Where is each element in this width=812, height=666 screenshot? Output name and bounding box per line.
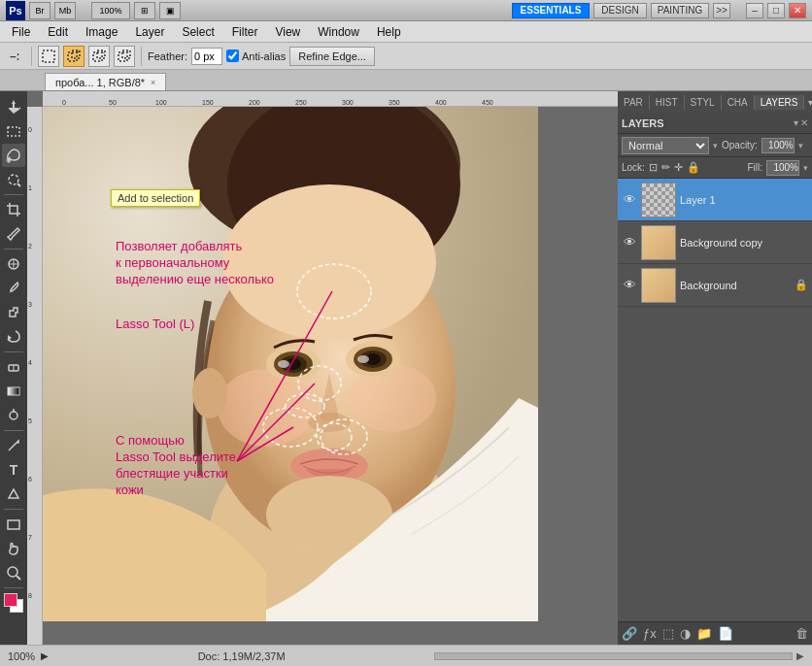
scroll-right-arrow[interactable]: ▶ bbox=[796, 650, 804, 661]
view-btn1[interactable]: ⊞ bbox=[134, 2, 155, 19]
zoom-tool[interactable] bbox=[2, 561, 25, 584]
tab-par[interactable]: PAR bbox=[618, 95, 650, 110]
hand-tool[interactable] bbox=[2, 537, 25, 560]
layers-footer: 🔗 ƒx ⬚ ◑ 📁 📄 🗑 bbox=[618, 621, 812, 645]
eye-bgcopy[interactable]: 👁 bbox=[622, 235, 637, 250]
move-tool[interactable] bbox=[2, 95, 25, 118]
new-adjustment-btn[interactable]: ◑ bbox=[680, 626, 691, 641]
feather-input[interactable] bbox=[191, 48, 222, 65]
opacity-dropdown-arrow[interactable]: ▾ bbox=[798, 141, 803, 150]
mode-dropdown[interactable]: 100% bbox=[91, 2, 130, 19]
brush-tool[interactable] bbox=[2, 277, 25, 300]
tab-styl[interactable]: STYL bbox=[685, 95, 722, 110]
healing-tool[interactable] bbox=[2, 252, 25, 276]
ruler-tick: 1 bbox=[28, 184, 32, 191]
subtract-selection-btn[interactable]: – bbox=[88, 46, 110, 67]
add-style-btn[interactable]: ƒx bbox=[643, 626, 657, 641]
maximize-button[interactable]: □ bbox=[767, 3, 785, 18]
ruler-tick: 2 bbox=[28, 243, 32, 250]
menu-image[interactable]: Image bbox=[78, 23, 125, 41]
minimize-button[interactable]: – bbox=[746, 3, 763, 18]
color-swatches[interactable] bbox=[4, 593, 23, 613]
path-select-tool[interactable] bbox=[2, 483, 25, 506]
gradient-tool[interactable] bbox=[2, 380, 25, 403]
text-tool[interactable]: T bbox=[2, 458, 25, 482]
layer-row-layer1[interactable]: 👁 Layer 1 bbox=[618, 179, 812, 221]
layers-close-btn[interactable]: ✕ bbox=[800, 117, 808, 128]
menu-help[interactable]: Help bbox=[369, 23, 409, 41]
horizontal-scrollbar[interactable] bbox=[434, 652, 793, 660]
menu-view[interactable]: View bbox=[267, 23, 308, 41]
panel-tabs: PAR HIST STYL CHA LAYERS ▾ ✕ bbox=[618, 91, 812, 113]
feather-label: Feather: bbox=[148, 50, 187, 62]
blend-mode-select[interactable]: Normal bbox=[622, 137, 709, 154]
ruler-tick: 3 bbox=[28, 301, 32, 308]
lock-pos-icon[interactable]: ✛ bbox=[674, 161, 683, 174]
menu-file[interactable]: File bbox=[4, 23, 38, 41]
painting-button[interactable]: PAINTING bbox=[651, 3, 709, 18]
marquee-tool[interactable] bbox=[2, 119, 25, 143]
essentials-button[interactable]: ESSENTIALS bbox=[512, 3, 590, 18]
menu-filter[interactable]: Filter bbox=[224, 23, 266, 41]
pen-tool[interactable] bbox=[2, 434, 25, 457]
new-group-btn[interactable]: 📁 bbox=[696, 626, 712, 641]
antialias-checkbox[interactable] bbox=[226, 50, 239, 62]
tab-layers[interactable]: LAYERS bbox=[755, 95, 805, 110]
lasso-tool[interactable] bbox=[2, 144, 25, 167]
document-tab[interactable]: проба... 1, RGB/8* × bbox=[45, 73, 166, 90]
tooltip: Add to selection bbox=[111, 189, 200, 207]
clone-tool[interactable] bbox=[2, 301, 25, 324]
lock-label: Lock: bbox=[622, 162, 645, 173]
menu-layer[interactable]: Layer bbox=[127, 23, 172, 41]
layers-list: 👁 Layer 1 👁 Background copy 👁 bbox=[618, 179, 812, 621]
new-layer-btn[interactable]: 📄 bbox=[718, 626, 733, 641]
shape-tool[interactable] bbox=[2, 513, 25, 536]
link-layers-btn[interactable]: 🔗 bbox=[622, 626, 637, 641]
fill-input[interactable] bbox=[766, 160, 799, 176]
eraser-tool[interactable] bbox=[2, 355, 25, 379]
view-btn2[interactable]: ▣ bbox=[159, 2, 181, 19]
tab-close-btn[interactable]: × bbox=[151, 78, 155, 87]
layer-row-bgcopy[interactable]: 👁 Background copy bbox=[618, 221, 812, 264]
dodge-tool[interactable] bbox=[2, 404, 25, 427]
add-mask-btn[interactable]: ⬚ bbox=[662, 626, 674, 641]
refine-edge-button[interactable]: Refine Edge... bbox=[289, 47, 375, 66]
lock-all-icon[interactable]: 🔒 bbox=[687, 161, 700, 174]
lasso-icon[interactable]: ∹ bbox=[4, 46, 25, 67]
history-brush-tool[interactable] bbox=[2, 325, 25, 349]
close-button[interactable]: ✕ bbox=[789, 3, 806, 18]
opacity-label: Opacity: bbox=[722, 140, 758, 150]
svg-text:кожи: кожи bbox=[116, 483, 144, 497]
photo-canvas[interactable]: Позволяет добавлять к первоначальному вы… bbox=[43, 107, 538, 621]
tab-cha[interactable]: CHA bbox=[722, 95, 755, 110]
eye-layer1[interactable]: 👁 bbox=[622, 192, 637, 207]
lock-px-icon[interactable]: ⊡ bbox=[649, 161, 658, 174]
layer-row-background[interactable]: 👁 Background 🔒 bbox=[618, 264, 812, 307]
intersect-selection-btn[interactable] bbox=[114, 46, 135, 67]
br-button[interactable]: Br bbox=[29, 2, 51, 19]
quick-select-tool[interactable] bbox=[2, 168, 25, 191]
panel-menu-btn[interactable]: ▾ bbox=[804, 97, 812, 108]
mb-button[interactable]: Mb bbox=[54, 2, 76, 19]
layers-menu-btn[interactable]: ▾ bbox=[794, 117, 798, 128]
titlebar-left: Ps Br Mb 100% ⊞ ▣ bbox=[6, 1, 181, 20]
more-workspaces-button[interactable]: >> bbox=[713, 3, 730, 18]
zoom-arrow[interactable]: ▶ bbox=[41, 650, 49, 661]
menu-select[interactable]: Select bbox=[174, 23, 221, 41]
fill-dropdown-arrow[interactable]: ▾ bbox=[803, 163, 808, 173]
fg-color[interactable] bbox=[4, 593, 17, 607]
eye-background[interactable]: 👁 bbox=[622, 278, 637, 292]
menu-edit[interactable]: Edit bbox=[40, 23, 76, 41]
svg-marker-9 bbox=[7, 100, 20, 114]
lock-paint-icon[interactable]: ✏ bbox=[661, 161, 670, 174]
delete-layer-btn[interactable]: 🗑 bbox=[795, 626, 808, 641]
design-button[interactable]: DESIGN bbox=[593, 3, 647, 18]
menu-window[interactable]: Window bbox=[310, 23, 367, 41]
svg-text:Lasso Tool выделите: Lasso Tool выделите bbox=[116, 450, 236, 464]
add-selection-btn[interactable]: + bbox=[63, 46, 85, 67]
tab-hist[interactable]: HIST bbox=[650, 95, 685, 110]
new-selection-btn[interactable] bbox=[38, 46, 59, 67]
opacity-input[interactable] bbox=[761, 138, 795, 153]
crop-tool[interactable] bbox=[2, 198, 25, 221]
eyedropper-tool[interactable] bbox=[2, 222, 25, 246]
